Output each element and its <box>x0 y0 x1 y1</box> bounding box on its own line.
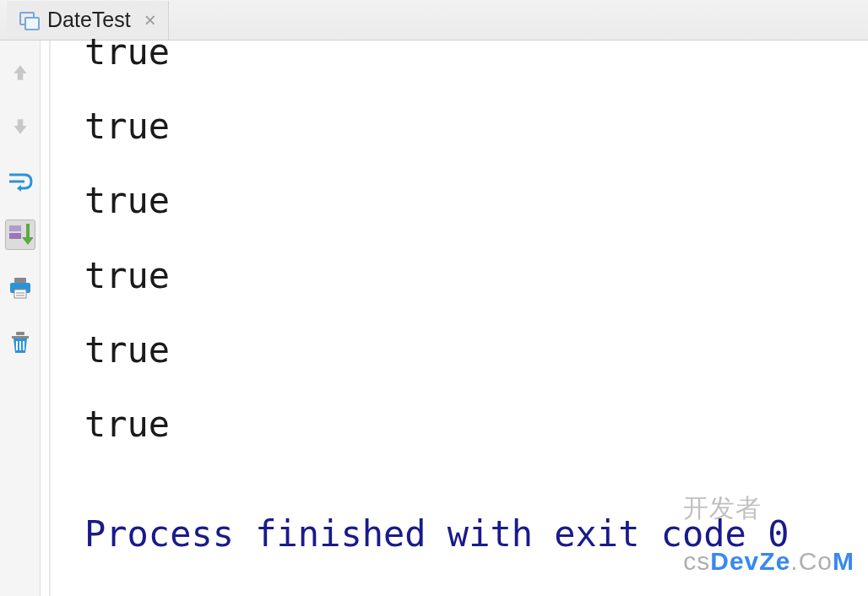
clear-all-icon[interactable] <box>5 328 35 358</box>
output-line: true <box>84 89 868 164</box>
soft-wrap-icon[interactable] <box>5 165 35 196</box>
svg-rect-2 <box>14 278 26 283</box>
svg-rect-7 <box>16 332 24 335</box>
console-toolbar <box>0 41 41 596</box>
scroll-to-end-icon[interactable] <box>5 219 35 250</box>
print-icon[interactable] <box>5 274 35 304</box>
output-line: true <box>84 164 868 238</box>
process-exit-message: Process finished with exit code 0 <box>84 497 868 572</box>
console-output[interactable]: true true true true true true Process fi… <box>51 41 868 596</box>
svg-rect-1 <box>9 233 21 239</box>
svg-rect-0 <box>9 225 21 231</box>
gutter <box>41 41 51 596</box>
output-line: true <box>84 239 868 313</box>
output-line: true <box>84 313 868 387</box>
arrow-down-icon[interactable] <box>5 111 35 142</box>
output-line: true <box>84 387 868 462</box>
run-config-icon <box>19 10 39 30</box>
arrow-up-icon[interactable] <box>5 57 35 88</box>
svg-rect-4 <box>14 290 26 298</box>
output-line: true <box>84 15 868 89</box>
main-area: true true true true true true Process fi… <box>0 41 868 596</box>
